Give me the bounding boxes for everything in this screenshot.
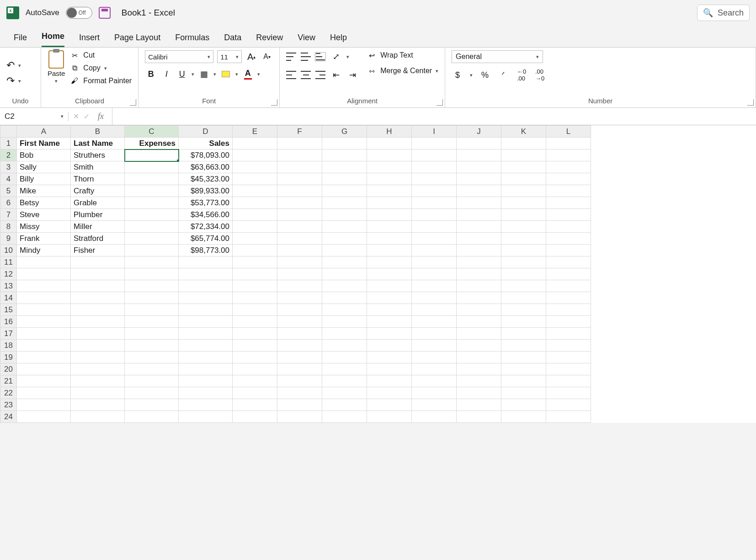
cell-H18[interactable] xyxy=(367,340,412,352)
underline-button[interactable]: U xyxy=(176,68,188,80)
cell-F24[interactable] xyxy=(277,411,322,423)
cell-K2[interactable] xyxy=(501,149,546,161)
cell-J17[interactable] xyxy=(457,328,501,340)
cell-C22[interactable] xyxy=(125,387,179,399)
cell-J22[interactable] xyxy=(457,387,501,399)
col-header-G[interactable]: G xyxy=(322,126,367,138)
cell-H4[interactable] xyxy=(367,173,412,185)
cell-C7[interactable] xyxy=(125,209,179,221)
cell-I1[interactable] xyxy=(412,138,457,149)
cell-B9[interactable]: Stratford xyxy=(71,233,125,245)
cell-I6[interactable] xyxy=(412,197,457,209)
cell-F2[interactable] xyxy=(277,149,322,161)
tab-data[interactable]: Data xyxy=(224,33,241,47)
row-header-7[interactable]: 7 xyxy=(0,209,17,221)
cell-H22[interactable] xyxy=(367,387,412,399)
tab-page-layout[interactable]: Page Layout xyxy=(114,33,160,47)
cell-L20[interactable] xyxy=(546,363,591,375)
cell-I5[interactable] xyxy=(412,185,457,197)
cell-A11[interactable] xyxy=(17,256,71,268)
cell-D7[interactable]: $34,566.00 xyxy=(179,209,233,221)
cell-L4[interactable] xyxy=(546,173,591,185)
cell-J8[interactable] xyxy=(457,221,501,233)
cell-B8[interactable]: Miller xyxy=(71,221,125,233)
decrease-font-button[interactable]: A▾ xyxy=(261,50,273,63)
col-header-E[interactable]: E xyxy=(233,126,277,138)
formula-input[interactable] xyxy=(112,108,756,125)
cell-F15[interactable] xyxy=(277,304,322,316)
cell-B4[interactable]: Thorn xyxy=(71,173,125,185)
align-left-button[interactable] xyxy=(286,71,296,79)
decrease-indent-button[interactable]: ⇤ xyxy=(330,69,342,81)
cell-H20[interactable] xyxy=(367,363,412,375)
cell-B3[interactable]: Smith xyxy=(71,161,125,173)
tab-insert[interactable]: Insert xyxy=(79,33,100,47)
cell-F20[interactable] xyxy=(277,363,322,375)
cell-F12[interactable] xyxy=(277,268,322,280)
cell-E3[interactable] xyxy=(233,161,277,173)
cell-J21[interactable] xyxy=(457,375,501,387)
cell-A21[interactable] xyxy=(17,375,71,387)
cell-F21[interactable] xyxy=(277,375,322,387)
cell-I15[interactable] xyxy=(412,304,457,316)
cell-A15[interactable] xyxy=(17,304,71,316)
cell-J23[interactable] xyxy=(457,399,501,411)
cell-L22[interactable] xyxy=(546,387,591,399)
cell-H9[interactable] xyxy=(367,233,412,245)
cell-E9[interactable] xyxy=(233,233,277,245)
cell-B23[interactable] xyxy=(71,399,125,411)
cell-J1[interactable] xyxy=(457,138,501,149)
decrease-decimal-button[interactable]: .00→0 xyxy=(534,69,546,81)
cell-G19[interactable] xyxy=(322,352,367,363)
cell-E12[interactable] xyxy=(233,268,277,280)
cell-L18[interactable] xyxy=(546,340,591,352)
cell-A17[interactable] xyxy=(17,328,71,340)
cell-L5[interactable] xyxy=(546,185,591,197)
cell-A8[interactable]: Missy xyxy=(17,221,71,233)
increase-decimal-button[interactable]: ←0.00 xyxy=(516,69,527,81)
cell-I10[interactable] xyxy=(412,245,457,256)
dialog-launcher-icon[interactable] xyxy=(130,99,136,106)
cell-L14[interactable] xyxy=(546,292,591,304)
font-color-button[interactable]: A xyxy=(242,68,254,80)
cell-A4[interactable]: Billy xyxy=(17,173,71,185)
cell-G13[interactable] xyxy=(322,280,367,292)
cell-F3[interactable] xyxy=(277,161,322,173)
cell-D10[interactable]: $98,773.00 xyxy=(179,245,233,256)
cell-F4[interactable] xyxy=(277,173,322,185)
cell-B1[interactable]: Last Name xyxy=(71,138,125,149)
cell-G9[interactable] xyxy=(322,233,367,245)
cell-F16[interactable] xyxy=(277,316,322,328)
cell-A20[interactable] xyxy=(17,363,71,375)
cell-H19[interactable] xyxy=(367,352,412,363)
col-header-C[interactable]: C xyxy=(125,126,179,138)
cell-G10[interactable] xyxy=(322,245,367,256)
cell-C2[interactable] xyxy=(125,149,179,161)
cell-H17[interactable] xyxy=(367,328,412,340)
cell-H6[interactable] xyxy=(367,197,412,209)
cell-C24[interactable] xyxy=(125,411,179,423)
cell-L19[interactable] xyxy=(546,352,591,363)
cut-button[interactable]: ✂Cut xyxy=(69,50,132,60)
redo-button[interactable]: ↷▾ xyxy=(6,75,21,87)
dialog-launcher-icon[interactable] xyxy=(271,99,277,106)
cell-K20[interactable] xyxy=(501,363,546,375)
cell-G22[interactable] xyxy=(322,387,367,399)
fill-color-button[interactable] xyxy=(220,68,232,80)
cell-F8[interactable] xyxy=(277,221,322,233)
cell-E22[interactable] xyxy=(233,387,277,399)
cell-K9[interactable] xyxy=(501,233,546,245)
cell-G1[interactable] xyxy=(322,138,367,149)
name-box[interactable]: C2▾ xyxy=(0,112,69,121)
cell-J2[interactable] xyxy=(457,149,501,161)
row-header-24[interactable]: 24 xyxy=(0,411,17,423)
cell-C15[interactable] xyxy=(125,304,179,316)
cell-I18[interactable] xyxy=(412,340,457,352)
cell-I21[interactable] xyxy=(412,375,457,387)
cell-I19[interactable] xyxy=(412,352,457,363)
row-header-18[interactable]: 18 xyxy=(0,340,17,352)
col-header-I[interactable]: I xyxy=(412,126,457,138)
cell-C12[interactable] xyxy=(125,268,179,280)
cell-E2[interactable] xyxy=(233,149,277,161)
cell-E13[interactable] xyxy=(233,280,277,292)
